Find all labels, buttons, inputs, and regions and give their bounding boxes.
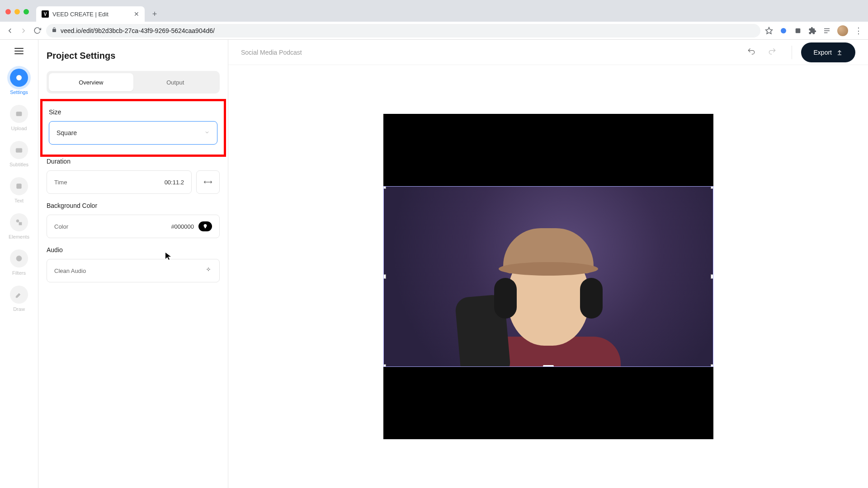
nav-reload-icon[interactable] <box>33 26 42 35</box>
time-label: Time <box>54 179 165 186</box>
text-icon <box>15 182 23 190</box>
color-swatch-icon[interactable] <box>198 221 212 231</box>
subtitles-icon <box>15 146 23 154</box>
svg-point-1 <box>781 28 786 33</box>
video-clip-selected[interactable] <box>383 186 713 367</box>
sidebar-item-elements[interactable]: Elements <box>9 213 29 239</box>
new-tab-button[interactable]: + <box>148 8 161 20</box>
audio-label: Audio <box>47 246 220 253</box>
resize-handle-tl[interactable] <box>383 186 386 189</box>
tab-output[interactable]: Output <box>133 73 218 91</box>
url-bar[interactable]: veed.io/edit/9b2d3bcb-27ca-43f9-9269-562… <box>46 24 760 38</box>
cursor-icon <box>165 252 171 262</box>
resize-handle-right[interactable] <box>711 274 713 279</box>
window-close-icon[interactable] <box>5 9 11 14</box>
resize-handle-bottom[interactable] <box>543 365 554 367</box>
sidebar-item-label: Draw <box>13 306 25 312</box>
resize-handle-br[interactable] <box>711 364 713 367</box>
project-name[interactable]: Social Media Podcast <box>241 49 745 56</box>
video-content <box>485 219 612 367</box>
browser-toolbar: veed.io/edit/9b2d3bcb-27ca-43f9-9269-562… <box>0 22 868 40</box>
svg-point-11 <box>16 220 19 222</box>
undo-icon[interactable] <box>745 47 757 58</box>
sidebar-item-upload[interactable]: Upload <box>10 105 28 131</box>
time-value: 00:11.2 <box>165 179 184 186</box>
extension-icon[interactable] <box>779 27 788 35</box>
editor-topbar: Social Media Podcast Export <box>228 40 868 65</box>
sidebar-item-label: Settings <box>10 89 28 95</box>
svg-rect-8 <box>16 112 22 116</box>
stretch-icon <box>203 179 212 185</box>
bg-color-field[interactable]: Color #000000 <box>47 215 220 238</box>
sidebar-item-subtitles[interactable]: Subtitles <box>9 141 28 167</box>
extension-icon-2[interactable] <box>794 27 802 35</box>
duration-label: Duration <box>47 158 220 165</box>
color-label: Color <box>54 223 171 230</box>
redo-icon[interactable] <box>766 47 778 58</box>
sidebar-item-draw[interactable]: Draw <box>10 286 28 312</box>
size-select[interactable]: Square <box>49 121 217 145</box>
size-section-highlighted: Size Square <box>40 99 226 157</box>
extensions-puzzle-icon[interactable] <box>808 27 816 35</box>
export-button[interactable]: Export <box>801 42 855 62</box>
window-zoom-icon[interactable] <box>24 9 29 14</box>
browser-tab[interactable]: V VEED CREATE | Edit ✕ <box>36 6 145 22</box>
svg-rect-9 <box>16 148 22 152</box>
duration-field[interactable]: Time 00:11.2 <box>47 170 192 194</box>
settings-icon <box>15 74 23 82</box>
settings-tabs: Overview Output <box>47 71 220 94</box>
panel-title: Project Settings <box>47 51 220 61</box>
clean-audio-label: Clean Audio <box>54 267 205 274</box>
sidebar-item-filters[interactable]: Filters <box>10 249 28 276</box>
filters-icon <box>15 254 23 263</box>
tab-close-icon[interactable]: ✕ <box>134 10 139 18</box>
browser-tab-bar: V VEED CREATE | Edit ✕ + <box>0 0 868 22</box>
sidebar-item-label: Subtitles <box>9 162 28 167</box>
tab-overview[interactable]: Overview <box>49 73 133 91</box>
sidebar-item-label: Upload <box>11 126 27 131</box>
svg-rect-10 <box>17 184 22 189</box>
upload-icon <box>836 49 843 56</box>
sidebar-item-label: Text <box>14 198 24 203</box>
upload-icon <box>15 110 23 118</box>
sidebar-item-settings[interactable]: Settings <box>10 69 28 95</box>
nav-forward-icon[interactable] <box>19 26 28 35</box>
sidebar-item-text[interactable]: Text <box>10 177 28 203</box>
stretch-duration-button[interactable] <box>196 170 220 194</box>
window-minimize-icon[interactable] <box>14 9 20 14</box>
canvas-square[interactable] <box>383 114 713 439</box>
canvas-area: Social Media Podcast Export <box>228 40 868 488</box>
draw-icon <box>15 291 23 299</box>
browser-extensions: ⋮ <box>765 25 863 36</box>
browser-menu-icon[interactable]: ⋮ <box>854 26 863 36</box>
resize-handle-bl[interactable] <box>383 364 386 367</box>
canvas-stage[interactable] <box>228 65 868 488</box>
resize-handle-tr[interactable] <box>711 186 713 189</box>
sidebar-item-label: Filters <box>12 270 26 276</box>
svg-marker-0 <box>766 27 773 33</box>
clean-audio-button[interactable]: Clean Audio <box>47 259 220 282</box>
svg-rect-12 <box>19 222 22 225</box>
elements-icon <box>15 218 23 226</box>
url-text: veed.io/edit/9b2d3bcb-27ca-43f9-9269-562… <box>61 27 215 34</box>
svg-point-7 <box>19 77 20 79</box>
svg-rect-2 <box>796 28 801 33</box>
chevron-down-icon <box>204 129 210 136</box>
tab-favicon-icon: V <box>42 10 49 18</box>
size-label: Size <box>49 108 217 116</box>
bg-color-label: Background Color <box>47 202 220 209</box>
size-value: Square <box>57 129 77 136</box>
hamburger-menu-icon[interactable] <box>14 48 24 54</box>
export-label: Export <box>814 49 832 56</box>
profile-avatar-icon[interactable] <box>837 25 848 36</box>
lock-icon <box>52 27 57 34</box>
sidebar-item-label: Elements <box>9 234 29 239</box>
tool-sidebar: Settings Upload Subtitles Text Elements … <box>0 40 38 488</box>
resize-handle-left[interactable] <box>383 274 386 279</box>
window-controls[interactable] <box>5 9 29 14</box>
settings-panel: Project Settings Overview Output Size Sq… <box>38 40 228 488</box>
bookmark-star-icon[interactable] <box>765 27 773 35</box>
tab-title: VEED CREATE | Edit <box>52 11 130 18</box>
reading-list-icon[interactable] <box>823 27 831 35</box>
nav-back-icon[interactable] <box>5 26 14 35</box>
